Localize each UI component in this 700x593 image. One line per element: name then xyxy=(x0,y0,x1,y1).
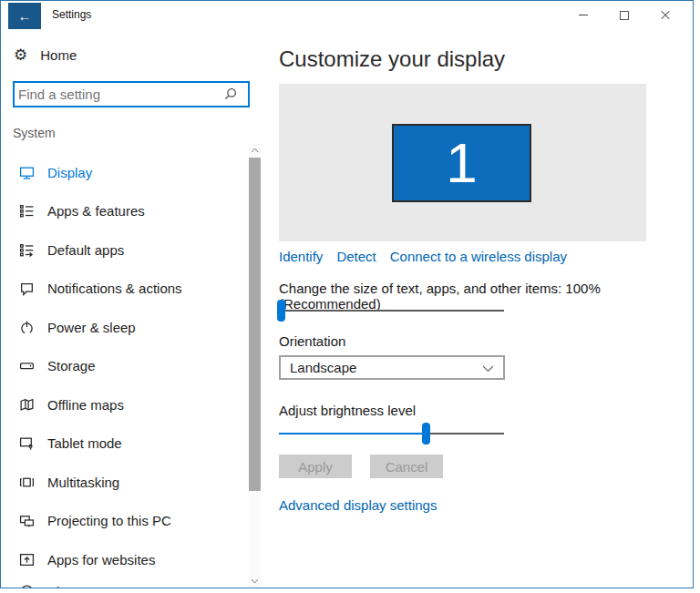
sidebar-item-label: Offline maps xyxy=(47,397,124,413)
search-box xyxy=(13,81,250,107)
orientation-value: Landscape xyxy=(290,360,356,375)
page-title: Customize your display xyxy=(279,46,505,72)
notifications-icon xyxy=(19,281,35,296)
apps-features-icon xyxy=(19,203,35,219)
sidebar-item-tablet-mode[interactable]: Tablet mode xyxy=(1,424,240,462)
about-icon xyxy=(19,584,35,589)
scrollbar-thumb[interactable] xyxy=(249,158,261,491)
projecting-icon xyxy=(19,513,35,528)
brightness-slider-thumb[interactable] xyxy=(422,423,430,445)
window-title: Settings xyxy=(52,8,91,21)
brightness-slider[interactable] xyxy=(279,423,504,445)
search-input[interactable] xyxy=(15,87,222,102)
sidebar-item-display[interactable]: Display xyxy=(1,153,240,191)
sidebar-item-multitasking[interactable]: Multitasking xyxy=(1,463,240,501)
title-bar: ← Settings xyxy=(1,1,693,29)
settings-window: ← Settings ⚙ Home System Display Ap xyxy=(0,0,694,588)
orientation-dropdown[interactable]: Landscape xyxy=(279,355,505,380)
sidebar-item-label: About xyxy=(47,584,83,589)
apps-websites-icon xyxy=(19,552,35,567)
storage-icon xyxy=(19,358,35,373)
section-label-system: System xyxy=(13,126,56,140)
scroll-down-icon[interactable] xyxy=(249,575,261,587)
sidebar-item-default-apps[interactable]: Default apps xyxy=(1,230,240,269)
wireless-display-link[interactable]: Connect to a wireless display xyxy=(390,249,567,264)
home-label: Home xyxy=(40,47,77,63)
sidebar-item-label: Apps & features xyxy=(47,203,145,219)
orientation-label: Orientation xyxy=(279,333,345,349)
sidebar-item-label: Storage xyxy=(47,358,96,373)
sidebar-item-apps-features[interactable]: Apps & features xyxy=(1,191,240,230)
display-icon xyxy=(19,165,35,180)
back-arrow-icon: ← xyxy=(18,8,32,24)
scroll-up-icon[interactable] xyxy=(249,144,261,156)
scaling-slider[interactable] xyxy=(279,300,504,322)
apply-button[interactable]: Apply xyxy=(279,455,352,478)
sidebar-item-notifications[interactable]: Notifications & actions xyxy=(1,269,240,307)
gear-icon: ⚙ xyxy=(14,48,27,63)
sidebar-item-label: Notifications & actions xyxy=(47,281,182,296)
sidebar-item-power-sleep[interactable]: Power & sleep xyxy=(1,308,240,346)
brightness-slider-fill xyxy=(279,433,426,435)
close-button[interactable] xyxy=(644,1,685,29)
monitor-number: 1 xyxy=(446,135,477,191)
sidebar-item-storage[interactable]: Storage xyxy=(1,346,240,384)
close-icon xyxy=(660,10,671,21)
brightness-label: Adjust brightness level xyxy=(279,403,416,418)
sidebar-item-label: Default apps xyxy=(47,242,124,258)
sidebar-item-label: Apps for websites xyxy=(47,552,155,567)
maximize-button[interactable] xyxy=(603,1,644,29)
sidebar-scrollbar[interactable] xyxy=(249,144,261,588)
back-button[interactable]: ← xyxy=(8,3,41,29)
cancel-button[interactable]: Cancel xyxy=(370,455,443,478)
chevron-down-icon xyxy=(482,360,494,376)
scaling-slider-thumb[interactable] xyxy=(277,300,285,322)
identify-link[interactable]: Identify xyxy=(279,249,323,264)
offline-maps-icon xyxy=(19,397,35,413)
sidebar-item-about[interactable]: About xyxy=(1,572,240,588)
display-preview-panel: 1 xyxy=(279,84,646,241)
advanced-display-settings-link[interactable]: Advanced display settings xyxy=(279,497,437,513)
sidebar-item-projecting[interactable]: Projecting to this PC xyxy=(1,501,240,539)
default-apps-icon xyxy=(19,242,35,258)
multitasking-icon xyxy=(19,475,35,490)
sidebar-item-label: Projecting to this PC xyxy=(47,513,171,528)
scaling-slider-track[interactable] xyxy=(279,310,504,312)
sidebar-item-label: Tablet mode xyxy=(47,435,122,451)
sidebar-item-label: Multitasking xyxy=(47,475,119,490)
tablet-mode-icon xyxy=(19,435,35,451)
minimize-button[interactable] xyxy=(562,1,603,29)
magnifier-icon[interactable] xyxy=(222,87,241,102)
sidebar-item-label: Display xyxy=(47,165,92,180)
sidebar-item-home[interactable]: ⚙ Home xyxy=(14,47,77,63)
sidebar-item-label: Power & sleep xyxy=(47,320,136,335)
sidebar-item-offline-maps[interactable]: Offline maps xyxy=(1,385,240,424)
maximize-icon xyxy=(620,11,629,20)
monitor-preview[interactable]: 1 xyxy=(392,124,531,202)
detect-link[interactable]: Detect xyxy=(336,249,376,264)
minimize-icon xyxy=(579,15,588,15)
power-icon xyxy=(19,320,35,335)
